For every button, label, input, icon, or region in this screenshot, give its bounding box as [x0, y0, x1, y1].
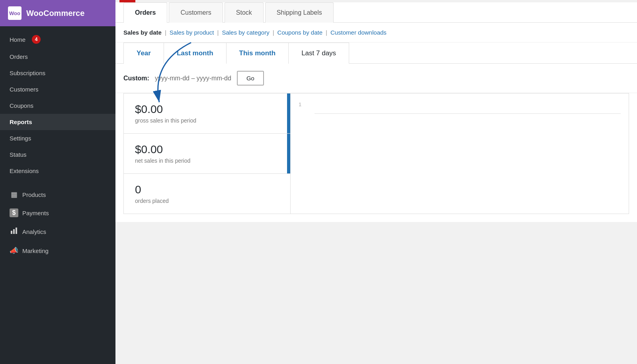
payments-icon: $ — [10, 208, 18, 217]
sub-nav-sales-by-category[interactable]: Sales by category — [222, 29, 269, 36]
sidebar-logo: Woo WooCommerce — [0, 0, 115, 26]
sidebar-item-products[interactable]: ▦ Products — [0, 185, 115, 204]
sidebar-logo-text: WooCommerce — [26, 9, 84, 18]
svg-rect-2 — [16, 228, 17, 234]
tab-orders[interactable]: Orders — [123, 2, 167, 23]
sidebar-item-home[interactable]: Home 4 — [0, 30, 115, 49]
stat-orders-placed: 0 orders placed — [124, 174, 290, 214]
sidebar-item-marketing[interactable]: 📣 Marketing — [0, 241, 115, 260]
sidebar: Woo WooCommerce Home 4 Orders Subscripti… — [0, 0, 115, 364]
sidebar-nav: Home 4 Orders Subscriptions Customers Co… — [0, 26, 115, 364]
sidebar-item-label: Marketing — [22, 247, 49, 254]
tab-last-7-days[interactable]: Last 7 days — [288, 43, 349, 64]
sub-nav-customer-downloads[interactable]: Customer downloads — [330, 29, 387, 36]
net-sales-value: $0.00 — [135, 143, 279, 156]
sidebar-item-label: Analytics — [22, 228, 46, 235]
sidebar-item-reports[interactable]: Reports — [0, 114, 115, 130]
home-badge: 4 — [32, 35, 41, 44]
content-area: Orders Customers Stock Shipping Labels S… — [115, 2, 637, 222]
sidebar-item-label: Customers — [10, 86, 39, 93]
stat-gross-sales: $0.00 gross sales in this period — [124, 93, 290, 134]
sidebar-item-settings[interactable]: Settings — [0, 130, 115, 146]
orders-placed-value: 0 — [135, 183, 279, 196]
sidebar-item-coupons[interactable]: Coupons — [0, 97, 115, 114]
custom-dates: yyyy-mm-dd – yyyy-mm-dd — [155, 75, 231, 82]
tab-stock[interactable]: Stock — [225, 2, 264, 23]
tab-shipping-labels[interactable]: Shipping Labels — [265, 2, 334, 23]
chart-y-label: 1 — [299, 101, 301, 107]
sidebar-item-label: Products — [22, 191, 46, 198]
stats-column: $0.00 gross sales in this period $0.00 n… — [123, 93, 291, 214]
svg-rect-0 — [11, 231, 12, 234]
custom-label: Custom: — [123, 75, 149, 82]
tab-last-month[interactable]: Last month — [164, 43, 227, 64]
blue-accent-bar — [287, 93, 290, 133]
sidebar-item-orders[interactable]: Orders — [0, 49, 115, 65]
products-icon: ▦ — [10, 190, 18, 199]
gross-sales-label: gross sales in this period — [135, 117, 279, 124]
sub-nav: Sales by date | Sales by product | Sales… — [115, 23, 637, 43]
sidebar-item-label: Payments — [22, 210, 49, 216]
sidebar-item-label: Reports — [10, 119, 32, 125]
custom-range: Custom: yyyy-mm-dd – yyyy-mm-dd Go — [115, 64, 637, 93]
tab-customers[interactable]: Customers — [169, 2, 223, 23]
net-sales-label: net sales in this period — [135, 158, 279, 164]
sidebar-item-label: Orders — [10, 53, 28, 60]
orders-placed-label: orders placed — [135, 198, 279, 204]
sidebar-item-payments[interactable]: $ Payments — [0, 204, 115, 222]
blue-accent-bar-2 — [287, 134, 290, 173]
svg-rect-1 — [13, 229, 15, 234]
sidebar-item-label: Coupons — [10, 102, 33, 109]
stat-net-sales: $0.00 net sales in this period — [124, 134, 290, 174]
stats-area: $0.00 gross sales in this period $0.00 n… — [115, 93, 637, 222]
gross-sales-value: $0.00 — [135, 103, 279, 116]
sub-nav-coupons-by-date[interactable]: Coupons by date — [277, 29, 322, 36]
main-content: Orders Customers Stock Shipping Labels S… — [115, 0, 637, 364]
sidebar-item-label: Home — [10, 36, 25, 43]
sub-nav-sales-by-product[interactable]: Sales by product — [170, 29, 214, 36]
period-tabs: Year Last month This month Last 7 days — [115, 43, 637, 64]
sub-nav-sales-by-date[interactable]: Sales by date — [123, 29, 162, 36]
sidebar-item-status[interactable]: Status — [0, 146, 115, 163]
sidebar-item-label: Extensions — [10, 167, 39, 174]
sidebar-item-extensions[interactable]: Extensions — [0, 163, 115, 179]
woo-icon: Woo — [8, 6, 21, 20]
chart-area: 1 — [291, 93, 629, 214]
sidebar-item-label: Subscriptions — [10, 70, 45, 76]
tab-year[interactable]: Year — [123, 43, 164, 64]
chart-gridline — [315, 113, 621, 114]
analytics-icon — [10, 227, 18, 237]
go-button[interactable]: Go — [237, 71, 264, 86]
sidebar-item-subscriptions[interactable]: Subscriptions — [0, 65, 115, 81]
top-tabs: Orders Customers Stock Shipping Labels — [115, 2, 637, 23]
tab-this-month[interactable]: This month — [226, 43, 289, 64]
sidebar-item-customers[interactable]: Customers — [0, 81, 115, 97]
marketing-icon: 📣 — [10, 246, 18, 255]
sidebar-item-analytics[interactable]: Analytics — [0, 222, 115, 241]
sidebar-item-label: Settings — [10, 135, 31, 142]
sidebar-item-label: Status — [10, 151, 27, 158]
